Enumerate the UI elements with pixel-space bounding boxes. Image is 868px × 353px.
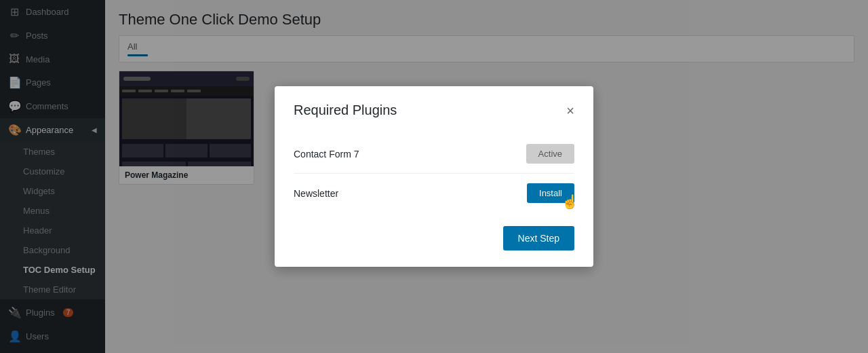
modal-title: Required Plugins xyxy=(294,103,397,118)
modal-overlay: Required Plugins × Contact Form 7 Active… xyxy=(0,0,868,353)
modal-header: Required Plugins × xyxy=(294,103,574,118)
plugin-status-button-contact-form-7[interactable]: Active xyxy=(526,144,574,164)
plugin-row-contact-form-7: Contact Form 7 Active xyxy=(294,134,574,174)
plugin-row-newsletter: Newsletter Install ☝ xyxy=(294,174,574,212)
required-plugins-modal: Required Plugins × Contact Form 7 Active… xyxy=(275,86,593,267)
plugin-install-button-newsletter[interactable]: Install xyxy=(527,183,574,203)
plugin-name-contact-form-7: Contact Form 7 xyxy=(294,149,359,160)
modal-footer: Next Step xyxy=(294,226,574,250)
next-step-button[interactable]: Next Step xyxy=(503,226,574,250)
plugin-name-newsletter: Newsletter xyxy=(294,188,338,199)
modal-close-button[interactable]: × xyxy=(566,104,574,117)
install-button-container: Install ☝ xyxy=(527,183,574,203)
main-content: Theme One Click Demo Setup All xyxy=(105,0,868,353)
